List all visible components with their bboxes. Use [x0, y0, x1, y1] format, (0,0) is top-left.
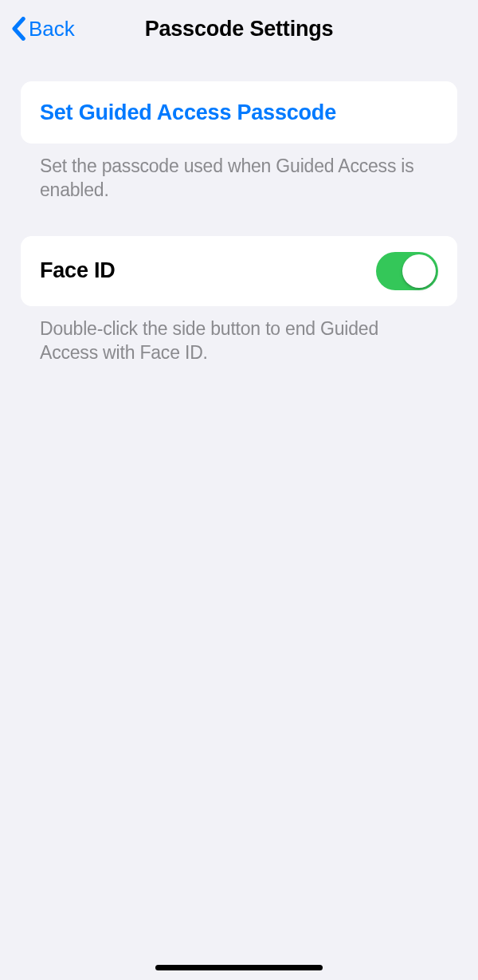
set-passcode-group: Set Guided Access Passcode: [21, 81, 457, 144]
content: Set Guided Access Passcode Set the passc…: [0, 57, 478, 365]
back-button[interactable]: Back: [10, 17, 75, 41]
toggle-knob: [402, 254, 436, 288]
navigation-bar: Back Passcode Settings: [0, 0, 478, 57]
chevron-left-icon: [10, 17, 27, 41]
set-passcode-label: Set Guided Access Passcode: [40, 100, 336, 125]
back-label: Back: [29, 17, 75, 41]
face-id-label: Face ID: [40, 258, 116, 283]
home-indicator[interactable]: [155, 965, 323, 970]
face-id-footer: Double-click the side button to end Guid…: [21, 306, 457, 365]
set-passcode-cell[interactable]: Set Guided Access Passcode: [21, 81, 457, 144]
face-id-group: Face ID: [21, 236, 457, 306]
set-passcode-footer: Set the passcode used when Guided Access…: [21, 144, 457, 203]
face-id-toggle[interactable]: [376, 252, 438, 290]
face-id-cell: Face ID: [21, 236, 457, 306]
